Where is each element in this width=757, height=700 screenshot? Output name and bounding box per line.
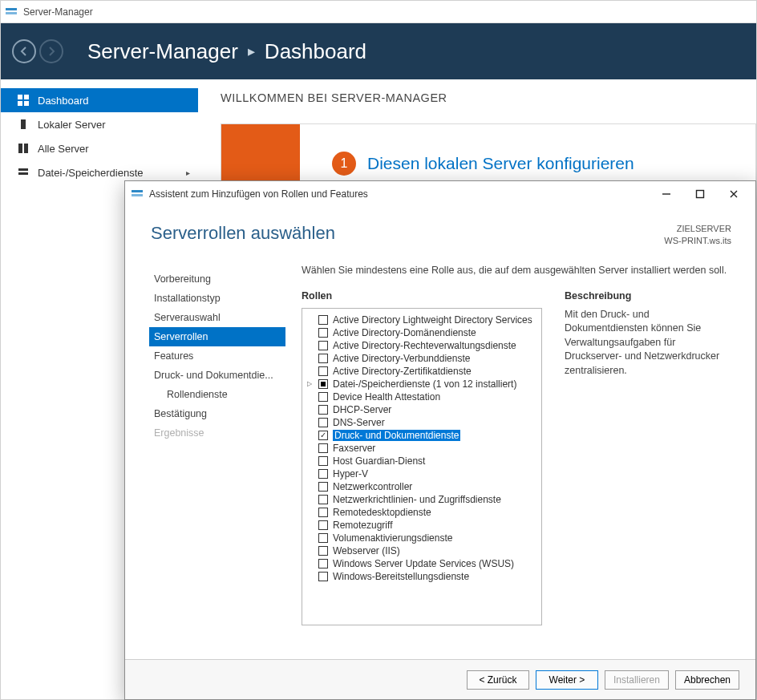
main-window-title: Server-Manager: [23, 6, 93, 18]
role-checkbox[interactable]: [318, 495, 328, 504]
servers-icon: [15, 143, 31, 154]
breadcrumb: Server-Manager ▸ Dashboard: [87, 39, 366, 64]
role-label: Device Health Attestation: [333, 391, 440, 403]
sidebar-item-dashboard[interactable]: Dashboard: [1, 88, 198, 112]
svg-rect-2: [18, 95, 22, 99]
role-row[interactable]: Druck- und Dokumentdienste: [304, 429, 538, 442]
role-label: Remotedesktopdienste: [333, 507, 431, 518]
role-row[interactable]: ▷Datei-/Speicherdienste (1 von 12 instal…: [304, 378, 538, 390]
wizard-footer: < Zurück Weiter > Installieren Abbrechen: [125, 659, 755, 699]
role-checkbox[interactable]: [318, 366, 328, 376]
svg-rect-9: [18, 168, 28, 171]
role-row[interactable]: Hyper-V: [304, 467, 538, 480]
wizard-step[interactable]: Rollendienste: [149, 385, 285, 404]
role-checkbox[interactable]: [318, 482, 328, 492]
role-row[interactable]: DHCP-Server: [304, 403, 538, 416]
role-row[interactable]: Windows-Bereitstellungsdienste: [304, 570, 538, 583]
role-label: Faxserver: [333, 443, 375, 454]
wizard-step[interactable]: Serverrollen: [149, 327, 285, 346]
role-checkbox[interactable]: [318, 533, 328, 543]
role-checkbox[interactable]: [318, 392, 328, 402]
wizard-header: Serverrollen auswählen ZIELSERVER WS-PRI…: [125, 207, 755, 252]
role-row[interactable]: Active Directory Lightweight Directory S…: [304, 314, 538, 326]
role-row[interactable]: Active Directory-Verbunddienste: [304, 352, 538, 365]
role-row[interactable]: Active Directory-Rechteverwaltungsdienst…: [304, 339, 538, 352]
role-checkbox[interactable]: [318, 405, 328, 415]
role-checkbox[interactable]: [318, 546, 328, 556]
install-button[interactable]: Installieren: [605, 670, 669, 690]
nav-arrows: [12, 39, 63, 63]
role-checkbox[interactable]: [318, 379, 328, 389]
sidebar-item-label: Datei-/Speicherdienste: [38, 167, 144, 179]
role-row[interactable]: Active Directory-Zertifikatdienste: [304, 365, 538, 378]
role-row[interactable]: Active Directory-Domänendienste: [304, 326, 538, 339]
role-checkbox[interactable]: [318, 443, 328, 453]
server-manager-icon: [6, 6, 17, 18]
role-checkbox[interactable]: [318, 456, 328, 466]
wizard-step[interactable]: Serverauswahl: [149, 308, 285, 327]
role-checkbox[interactable]: [318, 469, 328, 479]
role-row[interactable]: Remotezugriff: [304, 519, 538, 532]
role-checkbox[interactable]: [318, 572, 328, 581]
close-button[interactable]: [717, 183, 751, 205]
role-row[interactable]: Webserver (IIS): [304, 544, 538, 557]
role-label: Host Guardian-Dienst: [333, 455, 425, 467]
role-checkbox[interactable]: [318, 431, 328, 440]
role-checkbox[interactable]: [318, 520, 328, 530]
wizard-instruction: Wählen Sie mindestens eine Rolle aus, di…: [302, 265, 731, 276]
svg-rect-3: [24, 95, 29, 99]
nav-back-button[interactable]: [12, 39, 36, 63]
target-server-label: ZIELSERVER: [664, 223, 731, 235]
svg-rect-1: [6, 12, 17, 14]
wizard-step[interactable]: Installationstyp: [149, 289, 285, 308]
nav-forward-button[interactable]: [39, 39, 63, 63]
tree-expand-icon[interactable]: ▷: [307, 380, 312, 387]
svg-rect-12: [132, 194, 143, 196]
wizard-system-buttons: [650, 183, 751, 205]
role-row[interactable]: DNS-Server: [304, 416, 538, 429]
sidebar-item-servers[interactable]: Alle Server: [1, 136, 198, 160]
breadcrumb-app[interactable]: Server-Manager: [87, 39, 238, 64]
role-checkbox[interactable]: [318, 354, 328, 363]
role-checkbox[interactable]: [318, 508, 328, 517]
wizard-step[interactable]: Bestätigung: [149, 404, 285, 423]
role-row[interactable]: Host Guardian-Dienst: [304, 455, 538, 467]
role-row[interactable]: Netzwerkrichtlinien- und Zugriffsdienste: [304, 493, 538, 506]
svg-rect-4: [18, 101, 22, 106]
roles-listbox[interactable]: Active Directory Lightweight Directory S…: [302, 308, 542, 625]
add-roles-wizard-window: Assistent zum Hinzufügen von Rollen und …: [124, 180, 756, 700]
role-row[interactable]: Netzwerkcontroller: [304, 480, 538, 493]
breadcrumb-page[interactable]: Dashboard: [265, 39, 366, 64]
step-1-link[interactable]: Diesen lokalen Server konfigurieren: [367, 154, 634, 173]
role-row[interactable]: Faxserver: [304, 442, 538, 455]
maximize-button[interactable]: [683, 183, 717, 205]
back-button[interactable]: < Zurück: [467, 670, 529, 690]
role-label: Active Directory-Domänendienste: [333, 327, 476, 338]
wizard-step[interactable]: Vorbereitung: [149, 269, 285, 289]
svg-rect-11: [132, 190, 143, 192]
role-checkbox[interactable]: [318, 315, 328, 325]
next-button[interactable]: Weiter >: [536, 670, 598, 690]
role-row[interactable]: Windows Server Update Services (WSUS): [304, 557, 538, 570]
step-number-badge: 1: [332, 152, 356, 176]
role-label: Webserver (IIS): [333, 545, 400, 556]
wizard-step[interactable]: Features: [149, 346, 285, 366]
sidebar-item-server[interactable]: Lokaler Server: [1, 112, 198, 136]
role-checkbox[interactable]: [318, 418, 328, 427]
role-label: Active Directory-Verbunddienste: [333, 353, 470, 364]
role-row[interactable]: Volumenaktivierungsdienste: [304, 532, 538, 544]
role-row[interactable]: Device Health Attestation: [304, 390, 538, 403]
svg-rect-8: [24, 144, 28, 153]
wizard-titlebar[interactable]: Assistent zum Hinzufügen von Rollen und …: [125, 181, 755, 207]
quickstart-step-1[interactable]: 1 Diesen lokalen Server konfigurieren: [332, 152, 634, 176]
cancel-button[interactable]: Abbrechen: [675, 670, 739, 690]
role-label: Active Directory Lightweight Directory S…: [333, 314, 532, 326]
wizard-step[interactable]: Druck- und Dokumentdie...: [149, 366, 285, 385]
wizard-content: Wählen Sie mindestens eine Rolle aus, di…: [285, 265, 731, 659]
role-checkbox[interactable]: [318, 559, 328, 568]
role-checkbox[interactable]: [318, 328, 328, 338]
role-row[interactable]: Remotedesktopdienste: [304, 506, 538, 519]
sidebar-item-label: Alle Server: [38, 143, 89, 155]
role-checkbox[interactable]: [318, 341, 328, 350]
minimize-button[interactable]: [650, 183, 683, 205]
